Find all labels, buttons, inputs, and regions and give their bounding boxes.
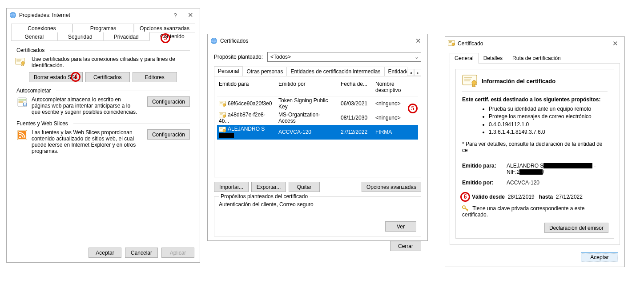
tab-general[interactable]: General	[450, 53, 479, 64]
issued-by-label: Emitido por:	[462, 180, 507, 186]
issued-to-value: ALEJANDRO S - NIF:2/	[507, 163, 608, 175]
issuer-statement-button[interactable]: Declaración del emisor	[544, 223, 608, 233]
purposes-fieldset: Propósitos planteados del certificado Au…	[214, 196, 421, 236]
purpose-label: Propósito planteado:	[214, 54, 263, 60]
fuentes-config-button[interactable]: Configuración	[147, 129, 190, 140]
table-row[interactable]: 69f64ce90a20f3e0Token Signing Public Key…	[217, 96, 418, 111]
globe-icon	[9, 12, 16, 19]
fuentes-desc: Las fuentes y las Web Slices proporciona…	[32, 129, 144, 154]
import-button[interactable]: Importar...	[214, 182, 249, 192]
close-button[interactable]: ✕	[608, 39, 623, 48]
tab-conexiones[interactable]: Conexiones	[11, 24, 72, 32]
close-button[interactable]: ✕	[183, 10, 198, 20]
cert-info-title: Información del certificado	[482, 78, 555, 84]
tab-entidades-raiz[interactable]: Entidades de certificaci	[384, 67, 407, 76]
certificate-icon	[15, 57, 25, 67]
tab-personal[interactable]: Personal	[214, 66, 243, 76]
tab-scroll-right[interactable]: ▸	[414, 69, 421, 76]
tab-ruta[interactable]: Ruta de certificación	[507, 53, 566, 63]
table-row[interactable]: a48db87e-f2e8-4b...MS-Organization-Acces…	[217, 111, 418, 125]
certificate-icon	[462, 75, 477, 87]
list-header: Emitido para Emitido por Fecha de... Nom…	[217, 78, 418, 96]
purpose-combo[interactable]: <Todos> ⌄	[267, 52, 421, 62]
tab-entidades-intermedias[interactable]: Entidades de certificación intermedias	[286, 67, 384, 76]
col-issued-by[interactable]: Emitido por	[277, 80, 339, 94]
col-issued-to[interactable]: Emitido para	[217, 80, 277, 94]
tab-otras-personas[interactable]: Otras personas	[242, 67, 287, 76]
callout-3: 3	[161, 33, 170, 43]
titlebar: Certificados ✕	[208, 34, 427, 48]
tab-programas[interactable]: Programas	[72, 24, 134, 32]
certificados-desc: Use certificados para las conexiones cif…	[32, 56, 190, 68]
key-icon	[462, 205, 468, 212]
tab-detalles[interactable]: Detalles	[479, 53, 507, 63]
section-label-certificados: Certificados	[16, 47, 44, 53]
col-date[interactable]: Fecha de...	[339, 80, 374, 94]
view-button[interactable]: Ver	[385, 221, 416, 232]
tab-opciones-avanzadas[interactable]: Opciones avanzadas	[134, 24, 195, 32]
private-key-text: Tiene una clave privada correspondiente …	[462, 205, 585, 218]
chevron-down-icon: ⌄	[415, 54, 419, 60]
certificate-icon	[219, 127, 226, 132]
window-title: Certificado	[458, 40, 483, 47]
valid-from-value: 28/12/2019	[508, 194, 535, 200]
tab-seguridad[interactable]: Seguridad	[57, 32, 104, 41]
purposes-text: Autenticación del cliente, Correo seguro	[219, 201, 416, 208]
titlebar: Propiedades: Internet ? ✕	[7, 8, 200, 22]
valid-to-value: 27/12/2022	[556, 194, 583, 200]
globe-icon	[210, 37, 217, 44]
close-dialog-button[interactable]: Cerrar	[390, 241, 421, 251]
aceptar-button[interactable]: Aceptar	[581, 252, 618, 262]
form-icon	[17, 97, 27, 108]
autocompletar-config-button[interactable]: Configuración	[147, 96, 190, 107]
remove-button[interactable]: Quitar	[289, 182, 320, 192]
window-title: Propiedades: Internet	[19, 12, 70, 18]
callout-4: 4	[71, 72, 80, 82]
details-note: * Para ver detalles, consulte la declara…	[462, 141, 608, 153]
certificate-icon	[219, 101, 226, 107]
section-label-fuentes: Fuentes y Web Slices	[16, 120, 68, 127]
window-title: Certificados	[220, 38, 248, 44]
certificate-icon	[219, 112, 226, 118]
editores-button[interactable]: Editores	[133, 72, 177, 82]
purpose-value: <Todos>	[270, 54, 291, 60]
tab-general[interactable]: General	[11, 32, 57, 41]
close-button[interactable]: ✕	[411, 36, 426, 46]
valid-from-label: Válido desde	[472, 194, 505, 200]
certificate-list: Emitido para Emitido por Fecha de... Nom…	[214, 76, 421, 177]
certificado-window: Certificado ✕ General Detalles Ruta de c…	[445, 36, 625, 267]
purposes-list: Prueba su identidad ante un equipo remot…	[471, 105, 608, 136]
certificados-window: Certificados ✕ Propósito planteado: <Tod…	[207, 34, 428, 241]
certificados-button[interactable]: Certificados	[85, 72, 130, 82]
table-row[interactable]: ALEJANDRO SACCVCA-12027/12/2022FIRMA	[217, 125, 418, 139]
titlebar: Certificado ✕	[445, 37, 624, 50]
issued-by-value: ACCVCA-120	[507, 180, 608, 186]
callout-5: 5	[408, 104, 418, 113]
fieldset-legend: Propósitos planteados del certificado	[219, 193, 310, 200]
aplicar-button[interactable]: Aplicar	[161, 248, 194, 258]
rss-icon	[17, 130, 27, 141]
cancelar-button[interactable]: Cancelar	[125, 248, 158, 258]
tab-scroll-left[interactable]: ◂	[407, 69, 414, 76]
col-friendly-name[interactable]: Nombre descriptivo	[374, 80, 418, 94]
export-button[interactable]: Exportar...	[251, 182, 286, 192]
callout-6: 6	[460, 192, 470, 202]
issued-to-label: Emitido para:	[462, 163, 507, 175]
aceptar-button[interactable]: Aceptar	[89, 248, 121, 258]
section-label-autocompletar: Autocompletar	[16, 88, 51, 94]
valid-to-label: hasta	[539, 194, 553, 200]
certificate-icon	[448, 40, 455, 48]
help-button[interactable]: ?	[168, 10, 183, 20]
internet-properties-window: Propiedades: Internet ? ✕ Conexiones Pro…	[6, 8, 200, 263]
dest-label: Este certif. está destinado a los siguie…	[462, 96, 608, 103]
autocompletar-desc: Autocompletar almacena lo escrito en pág…	[32, 96, 144, 115]
tab-contenido[interactable]: Contenido	[149, 32, 196, 41]
advanced-button[interactable]: Opciones avanzadas	[362, 182, 421, 192]
tab-privacidad[interactable]: Privacidad	[103, 32, 149, 41]
